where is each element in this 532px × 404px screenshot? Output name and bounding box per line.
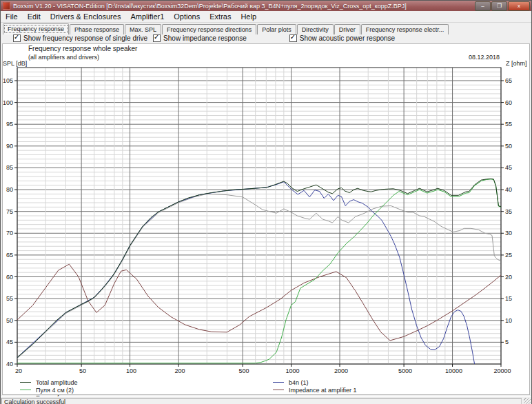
checkbox-single-drivers-label: Show frequency response of single drive xyxy=(23,34,147,42)
maximize-button[interactable]: ❐ xyxy=(491,1,507,11)
status-text: Calculation successful xyxy=(1,398,522,404)
menu-amplifier1[interactable]: Amplifier1 xyxy=(125,12,169,21)
tab-frequency-response-electr[interactable]: Frequency response electr... xyxy=(361,24,449,34)
options-row: Show frequency response of single drive … xyxy=(1,34,531,43)
tab-driver[interactable]: Driver xyxy=(334,24,360,34)
y-axis-left-label: SPL [dB] xyxy=(3,60,27,67)
checkbox-acoustic-power-box[interactable] xyxy=(289,34,297,42)
legend-swatch-tweeter xyxy=(20,390,31,390)
close-button[interactable]: x xyxy=(508,1,530,11)
legend-swatch-total-amplitude xyxy=(20,382,31,383)
menu-help[interactable]: Help xyxy=(236,12,261,21)
status-bar: Calculation successful xyxy=(1,396,531,404)
legend-item: Пуля 4 см (2) xyxy=(20,386,74,394)
chart-panel xyxy=(2,43,530,395)
legend-label-total-amplitude: Total amplitude xyxy=(36,379,78,386)
checkbox-impedance-box[interactable] xyxy=(153,34,161,42)
legend-item: b4n (1) xyxy=(273,378,309,386)
tab-directivity[interactable]: Directivity xyxy=(297,24,334,34)
app-icon xyxy=(3,2,10,10)
checkbox-single-drivers[interactable]: Show frequency response of single drive xyxy=(1,34,147,42)
resize-grip[interactable] xyxy=(524,398,531,404)
checkbox-acoustic-power-label: Show acoustic power response xyxy=(300,34,395,42)
legend-swatch-impedance xyxy=(273,390,284,390)
tab-bar: Frequency response Phase response Max. S… xyxy=(1,22,531,34)
application-window: Boxsim V1.20 - VISATON-Edition [D:\Insta… xyxy=(0,0,532,404)
title-bar[interactable]: Boxsim V1.20 - VISATON-Edition [D:\Insta… xyxy=(1,1,531,11)
window-controls: – ❐ x xyxy=(475,1,530,11)
checkbox-impedance-label: Show impedance response xyxy=(163,34,247,42)
checkbox-acoustic-power[interactable]: Show acoustic power response xyxy=(247,34,395,42)
legend-swatch-b4n xyxy=(273,382,284,383)
menu-edit[interactable]: Edit xyxy=(23,12,45,21)
legend-item: Total amplitude xyxy=(20,378,78,386)
legend-label-impedance: Impedance at amplifier 1 xyxy=(289,387,357,394)
tab-phase-response[interactable]: Phase response xyxy=(70,24,124,34)
legend-item: Impedance at amplifier 1 xyxy=(273,386,357,394)
menu-file[interactable]: File xyxy=(1,12,23,21)
window-title: Boxsim V1.20 - VISATON-Edition [D:\Insta… xyxy=(13,3,407,10)
chart-title: Frequency response whole speaker xyxy=(28,45,137,52)
menu-bar: File Edit Drivers & Enclosures Amplifier… xyxy=(1,11,531,23)
checkbox-impedance[interactable]: Show impedance response xyxy=(147,34,247,42)
chart-date: 08.12.2018 xyxy=(469,54,500,61)
tab-frequency-response[interactable]: Frequency response xyxy=(3,23,69,34)
y-axis-right-label: Z [ohm] xyxy=(506,60,527,67)
menu-drivers-enclosures[interactable]: Drivers & Enclosures xyxy=(45,12,126,21)
minimize-button[interactable]: – xyxy=(475,1,491,11)
legend-label-b4n: b4n (1) xyxy=(289,379,309,386)
menu-extras[interactable]: Extras xyxy=(205,12,236,21)
menu-options[interactable]: Options xyxy=(169,12,205,21)
chart-subtitle: (all amplifiers and drivers) xyxy=(28,54,99,61)
tab-frequency-response-directions[interactable]: Frequency response directions xyxy=(162,24,256,34)
legend-label-tweeter: Пуля 4 см (2) xyxy=(36,387,74,394)
checkbox-single-drivers-box[interactable] xyxy=(13,34,21,42)
